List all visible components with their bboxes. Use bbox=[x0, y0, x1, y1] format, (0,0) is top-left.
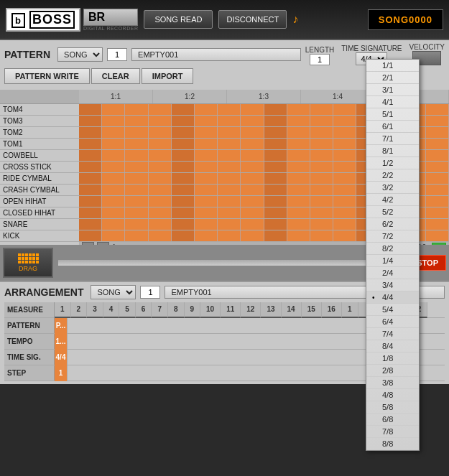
dropdown-item-4-1[interactable]: 4/1 bbox=[366, 96, 419, 108]
grid-cell-2-15[interactable] bbox=[426, 127, 449, 138]
grid-cell-2-0[interactable] bbox=[79, 127, 102, 138]
grid-cell-1-9[interactable] bbox=[287, 116, 310, 126]
grid-cell-3-1[interactable] bbox=[102, 139, 125, 149]
arr-cell-time-sig-1[interactable]: 4/4 bbox=[55, 350, 68, 365]
length-value[interactable] bbox=[310, 54, 330, 65]
grid-cell-3-0[interactable] bbox=[79, 139, 102, 149]
grid-cell-5-5[interactable] bbox=[195, 162, 218, 172]
grid-cell-10-10[interactable] bbox=[310, 219, 333, 230]
arr-cell-tempo-1[interactable]: 1... bbox=[55, 334, 68, 350]
grid-cell-11-3[interactable] bbox=[149, 230, 172, 241]
grid-cell-1-1[interactable] bbox=[102, 116, 125, 126]
grid-cell-8-5[interactable] bbox=[195, 196, 218, 207]
grid-cell-0-1[interactable] bbox=[102, 104, 125, 115]
grid-cell-0-11[interactable] bbox=[333, 104, 356, 115]
dropdown-item-4-4[interactable]: •4/4 bbox=[366, 291, 419, 304]
grid-cell-10-8[interactable] bbox=[264, 219, 287, 230]
grid-cell-5-8[interactable] bbox=[264, 162, 287, 172]
grid-cell-1-3[interactable] bbox=[149, 116, 172, 126]
grid-cell-8-3[interactable] bbox=[149, 196, 172, 207]
time-sig-dropdown[interactable]: 1/1 2/1 3/1 4/1 5/1 6/1 7/1 8/1 1/2 2/2 … bbox=[366, 59, 420, 451]
refresh-icon[interactable] bbox=[432, 243, 446, 245]
grid-cell-9-1[interactable] bbox=[102, 207, 125, 218]
grid-cell-0-3[interactable] bbox=[149, 104, 172, 115]
grid-cell-11-9[interactable] bbox=[287, 230, 310, 241]
grid-cell-3-6[interactable] bbox=[218, 139, 241, 149]
grid-cell-10-4[interactable] bbox=[172, 219, 195, 230]
grid-cell-5-7[interactable] bbox=[241, 162, 264, 172]
grid-cell-6-7[interactable] bbox=[241, 173, 264, 184]
grid-scroll-right[interactable]: ▶ bbox=[97, 242, 109, 245]
grid-cell-7-7[interactable] bbox=[241, 185, 264, 195]
grid-cell-2-4[interactable] bbox=[172, 127, 195, 138]
grid-cell-0-9[interactable] bbox=[287, 104, 310, 115]
dropdown-item-8-2[interactable]: 8/2 bbox=[366, 243, 419, 255]
grid-cell-8-15[interactable] bbox=[426, 196, 449, 207]
grid-cell-3-10[interactable] bbox=[310, 139, 333, 149]
dropdown-item-5-2[interactable]: 5/2 bbox=[366, 206, 419, 218]
grid-cell-7-9[interactable] bbox=[287, 185, 310, 195]
grid-cell-5-3[interactable] bbox=[149, 162, 172, 172]
grid-cell-10-2[interactable] bbox=[125, 219, 148, 230]
dropdown-item-3-2[interactable]: 3/2 bbox=[366, 182, 419, 194]
grid-cell-3-15[interactable] bbox=[426, 139, 449, 149]
grid-cell-9-8[interactable] bbox=[264, 207, 287, 218]
grid-cell-6-15[interactable] bbox=[426, 173, 449, 184]
grid-cell-8-8[interactable] bbox=[264, 196, 287, 207]
grid-cell-6-5[interactable] bbox=[195, 173, 218, 184]
grid-cell-2-9[interactable] bbox=[287, 127, 310, 138]
arr-cell-pattern-1[interactable]: P... bbox=[55, 318, 68, 334]
grid-cell-3-9[interactable] bbox=[287, 139, 310, 149]
grid-cell-9-10[interactable] bbox=[310, 207, 333, 218]
grid-cell-6-6[interactable] bbox=[218, 173, 241, 184]
dropdown-item-7-8[interactable]: 7/8 bbox=[366, 426, 419, 438]
grid-cell-9-7[interactable] bbox=[241, 207, 264, 218]
grid-cell-8-2[interactable] bbox=[125, 196, 148, 207]
grid-cell-9-5[interactable] bbox=[195, 207, 218, 218]
grid-cell-8-10[interactable] bbox=[310, 196, 333, 207]
grid-cell-8-6[interactable] bbox=[218, 196, 241, 207]
grid-cell-2-3[interactable] bbox=[149, 127, 172, 138]
grid-cell-11-2[interactable] bbox=[125, 230, 148, 241]
grid-cell-11-6[interactable] bbox=[218, 230, 241, 241]
grid-cell-6-4[interactable] bbox=[172, 173, 195, 184]
grid-cell-7-6[interactable] bbox=[218, 185, 241, 195]
pattern-number-field[interactable]: 1 bbox=[107, 48, 127, 61]
grid-cell-9-11[interactable] bbox=[333, 207, 356, 218]
grid-cell-10-11[interactable] bbox=[333, 219, 356, 230]
grid-cell-6-2[interactable] bbox=[125, 173, 148, 184]
grid-cell-11-0[interactable] bbox=[79, 230, 102, 241]
grid-cell-1-10[interactable] bbox=[310, 116, 333, 126]
grid-cell-3-3[interactable] bbox=[149, 139, 172, 149]
grid-cell-4-10[interactable] bbox=[310, 150, 333, 161]
grid-cell-9-6[interactable] bbox=[218, 207, 241, 218]
dropdown-item-2-2[interactable]: 2/2 bbox=[366, 169, 419, 182]
grid-cell-10-9[interactable] bbox=[287, 219, 310, 230]
grid-cell-4-8[interactable] bbox=[264, 150, 287, 161]
grid-cell-2-1[interactable] bbox=[102, 127, 125, 138]
grid-cell-0-2[interactable] bbox=[125, 104, 148, 115]
grid-cell-11-1[interactable] bbox=[102, 230, 125, 241]
grid-cell-5-9[interactable] bbox=[287, 162, 310, 172]
dropdown-item-5-8[interactable]: 5/8 bbox=[366, 401, 419, 414]
grid-cell-0-7[interactable] bbox=[241, 104, 264, 115]
dropdown-item-8-1[interactable]: 8/1 bbox=[366, 145, 419, 157]
grid-cell-7-11[interactable] bbox=[333, 185, 356, 195]
dropdown-item-6-1[interactable]: 6/1 bbox=[366, 121, 419, 133]
grid-cell-11-8[interactable] bbox=[264, 230, 287, 241]
grid-cell-11-5[interactable] bbox=[195, 230, 218, 241]
grid-cell-0-5[interactable] bbox=[195, 104, 218, 115]
grid-cell-1-6[interactable] bbox=[218, 116, 241, 126]
dropdown-item-7-1[interactable]: 7/1 bbox=[366, 133, 419, 145]
grid-cell-10-0[interactable] bbox=[79, 219, 102, 230]
grid-cell-6-9[interactable] bbox=[287, 173, 310, 184]
grid-cell-4-9[interactable] bbox=[287, 150, 310, 161]
grid-cell-4-3[interactable] bbox=[149, 150, 172, 161]
grid-cell-2-8[interactable] bbox=[264, 127, 287, 138]
grid-cell-5-4[interactable] bbox=[172, 162, 195, 172]
grid-cell-3-4[interactable] bbox=[172, 139, 195, 149]
song-read-button[interactable]: SONG READ bbox=[144, 10, 213, 29]
dropdown-item-6-8[interactable]: 6/8 bbox=[366, 414, 419, 426]
grid-cell-11-15[interactable] bbox=[426, 230, 449, 241]
grid-cell-1-0[interactable] bbox=[79, 116, 102, 126]
